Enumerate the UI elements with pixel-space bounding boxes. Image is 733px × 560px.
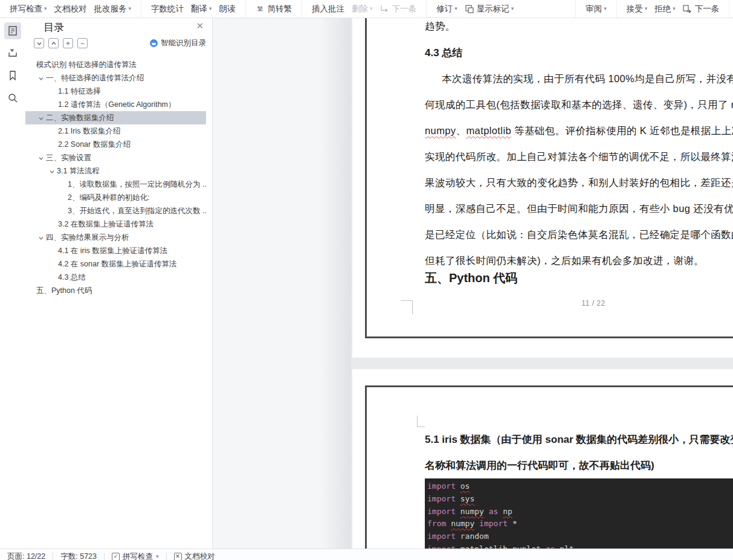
checkbox-x-icon: ✕ [174,553,182,560]
toc-item[interactable]: 2、编码及种群的初始化: [25,191,206,204]
next-change-icon [683,4,693,14]
toc-item-label: 三、实验设置 [46,153,91,163]
close-icon[interactable]: ✕ [196,21,204,30]
document-gutter [213,18,351,549]
toolbar-button[interactable]: 翻译▾ [191,4,212,14]
toolbar-button[interactable]: 接受▾ [627,4,648,14]
toolbar-group: 接受▾拒绝▾下一条 [617,0,730,18]
toolbar-button-label: 修订 [436,4,453,14]
toolbar-button[interactable]: 朗读 [219,4,236,14]
checkbox-checked-icon: ✓ [112,553,120,560]
chevron-down-icon[interactable] [47,167,57,175]
next-icon [380,4,390,14]
toc-item-label: 五、Python 代码 [36,286,92,296]
toc-item[interactable]: 二、实验数据集介绍 [25,111,206,124]
toc-item[interactable]: 四、实验结果展示与分析 [25,231,206,244]
chevron-down-icon: ▾ [44,6,47,11]
chevron-down-icon[interactable] [36,154,46,161]
chevron-down-icon[interactable] [36,234,46,241]
paragraph-line: 何现成的工具包(包括数据读取和基本的选择、遗传、变异)，只用了 random、 [425,92,733,118]
chevron-down-icon[interactable] [36,74,46,82]
toolbar-button[interactable]: 显示标记▾ [465,4,514,14]
toc-item-label: 四、实验结果展示与分析 [46,233,129,243]
code-line: import os [427,480,733,493]
toolbar-button-label: 审阅 [586,4,602,14]
toc-item[interactable]: 3.1 算法流程 [25,164,206,178]
toc-item[interactable]: 1.2 遗传算法（Genetic Algorithm） [25,98,206,111]
toc-item[interactable]: 4.2 在 sonar 数据集上验证遗传算法 [25,257,206,271]
toolbar-button-label: 文档校对 [54,4,87,14]
chevron-down-icon: ▾ [673,6,676,11]
collapse-button[interactable] [34,38,44,48]
toolbar-button[interactable]: 下一条 [683,4,720,14]
convert-icon: 繁 [256,4,265,14]
toolbar-button: 下一条 [380,4,417,14]
toc-item[interactable]: 模式识别 特征选择的遗传算法 [25,58,206,71]
heading-line: 名称和算法调用的一行代码即可，故不再贴出代码) [425,452,733,478]
toc-item-label: 4.3 总结 [58,272,86,283]
search-icon[interactable] [4,89,21,106]
toolbar-button[interactable]: 审阅▾ [586,4,607,14]
spellcheck-toggle[interactable]: ✓ 拼写检查 ▾ [105,553,167,560]
toc-item[interactable]: 3.2 在数据集上验证遗传算法 [25,217,206,231]
toolbar-button[interactable]: 批改服务▾ [94,4,132,14]
toc-item-label: 一、特征选择的遗传算法介绍 [46,73,144,83]
toolbar-button[interactable]: 文档校对 [54,4,87,14]
heading-line: 5.1 iris 数据集（由于使用 sonar 数据集的代码差别很小，只需要改变 [425,426,733,452]
toolbar-button-label: 字数统计 [151,4,184,14]
code-line: from numpy import * [427,518,733,530]
smart-toc-button[interactable]: 智能识别目录 [150,38,206,48]
toolbar-button[interactable]: 修订▾ [436,4,457,14]
toolbar-button-label: 显示标记 [477,4,509,14]
proofread-button[interactable]: ✕ 文档校对 [167,553,222,560]
toc-item[interactable]: 1、读取数据集，按照一定比例随机分为 ... [25,178,206,191]
chevron-down-icon: ▾ [604,6,607,11]
toolbar-button-label: 朗读 [219,4,236,14]
bookmark-icon[interactable] [4,67,21,84]
chevron-down-icon: ▾ [209,6,212,11]
toolbar-button-label: 下一条 [695,4,720,14]
toolbar-button[interactable]: 繁简转繁 [256,4,292,14]
code-line: import matplotlib.pyplot as plt [427,543,733,549]
markup-icon [465,4,474,14]
paragraph-line: numpy、matplotlib 等基础包。评价指标使用的 K 近邻也是根据上上… [425,118,733,144]
toc-item-label: 1.2 遗传算法（Genetic Algorithm） [58,100,176,110]
toc-panel-icon[interactable] [4,22,21,39]
toc-item-label: 1、读取数据集，按照一定比例随机分为 ... [68,179,206,190]
zoom-in-button[interactable]: + [63,38,73,48]
toc-item[interactable]: 3、开始迭代，直至达到指定的迭代次数 ... [25,204,206,217]
chevron-down-icon[interactable] [36,114,46,121]
toolbar-button[interactable]: 插入批注 [312,4,344,14]
toolbar-button[interactable]: 字数统计 [151,4,184,14]
paragraph-line: 趋势。 [425,18,456,39]
toc-item[interactable]: 五、Python 代码 [25,284,206,297]
code-line: import sys [427,493,733,506]
page-indicator: 页面: 12/22 [0,553,53,560]
toc-item[interactable]: 三、实验设置 [25,151,206,164]
smart-toc-label: 智能识别目录 [161,38,206,48]
toc-item[interactable]: 2.1 Iris 数据集介绍 [25,124,206,138]
toolbar-button[interactable]: 拒绝▾ [654,4,676,14]
toolbar-button-label: 删除 [352,4,368,14]
toc-item[interactable]: 1.1 特征选择 [25,85,206,98]
annotation-icon[interactable] [4,45,21,62]
paragraph-line: 果波动较大，只有大致的变化趋势，和别人封装好的包相比，差距还是 [425,170,733,196]
toc-item-label: 1.1 特征选择 [58,86,101,97]
code-line: import random [427,530,733,543]
toc-item-label: 3.2 在数据集上验证遗传算法 [58,219,153,230]
zoom-out-button[interactable]: − [77,38,88,48]
toc-item[interactable]: 一、特征选择的遗传算法介绍 [25,71,206,85]
toolbar-button-label: 接受 [627,4,643,14]
toc-item[interactable]: 4.3 总结 [25,271,206,284]
toc-item[interactable]: 4.1 在 iris 数据集上验证遗传算法 [25,244,206,257]
document-view[interactable]: 趋势。 4.3 总结 本次遗传算法的实现，由于所有代码 100%均是自己所写，并… [213,18,733,549]
expand-button[interactable] [48,38,59,48]
toc-item[interactable]: 2.2 Sonar 数据集介绍 [25,138,206,151]
chevron-down-icon: ▾ [156,554,159,559]
toc-tree: 模式识别 特征选择的遗传算法一、特征选择的遗传算法介绍1.1 特征选择1.2 遗… [25,58,212,297]
toolbar-group: 拼写检查▾文档校对批改服务▾ [0,0,141,18]
paragraph-line: 明显，深感自己不足。但由于时间和能力原因，有些小 bug 还没有优化 [425,196,733,222]
toolbar-button-label: 翻译 [191,4,207,14]
toolbar-button[interactable]: 拼写检查▾ [10,4,47,14]
python-code-block: import osimport sysimport numpy as npfro… [425,478,733,549]
